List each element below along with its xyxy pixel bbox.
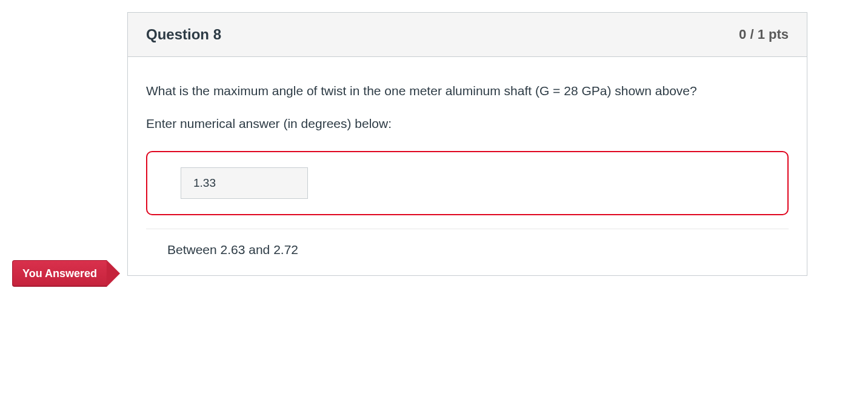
question-container: You Answered Correct Answers Question 8 … <box>12 12 856 276</box>
question-card: Question 8 0 / 1 pts What is the maximum… <box>127 12 807 276</box>
question-body: What is the maximum angle of twist in th… <box>128 57 807 229</box>
flag-arrow-icon <box>107 260 120 287</box>
question-points: 0 / 1 pts <box>739 27 789 42</box>
user-answer-value: 1.33 <box>181 167 308 199</box>
correct-answer-text: Between 2.63 and 2.72 <box>128 229 807 275</box>
you-answered-flag: You Answered <box>12 260 120 287</box>
question-header: Question 8 0 / 1 pts <box>128 13 807 57</box>
you-answered-label: You Answered <box>12 260 107 287</box>
user-answer-box: 1.33 <box>146 151 789 215</box>
question-text: What is the maximum angle of twist in th… <box>146 81 789 101</box>
question-prompt: Enter numerical answer (in degrees) belo… <box>146 114 789 133</box>
question-title: Question 8 <box>146 26 221 43</box>
